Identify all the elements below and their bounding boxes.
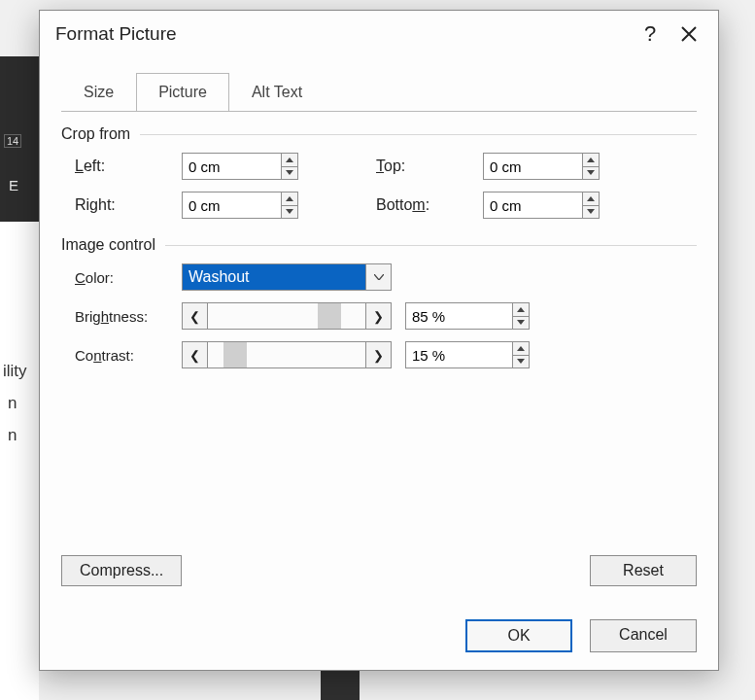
color-combo-value: Washout bbox=[183, 264, 365, 290]
background-white bbox=[0, 222, 39, 700]
crop-left-field[interactable] bbox=[183, 154, 281, 179]
color-combo-button[interactable] bbox=[365, 264, 391, 290]
slider-decrement-button[interactable]: ❮ bbox=[183, 342, 208, 368]
slider-increment-button[interactable]: ❯ bbox=[365, 303, 391, 329]
spin-down-button[interactable] bbox=[282, 206, 297, 219]
spin-down-button[interactable] bbox=[583, 206, 599, 219]
tab-alt-text[interactable]: Alt Text bbox=[229, 73, 325, 112]
contrast-label: Contrast: bbox=[75, 347, 182, 364]
divider bbox=[140, 134, 697, 135]
close-icon bbox=[680, 25, 698, 43]
brightness-slider[interactable]: ❮ ❯ bbox=[182, 302, 392, 330]
background-text: ility bbox=[3, 362, 27, 381]
background-text: n bbox=[8, 394, 17, 413]
chevron-up-icon bbox=[517, 346, 525, 351]
chevron-up-icon bbox=[286, 158, 293, 162]
titlebar: Format Picture ? bbox=[40, 11, 718, 57]
crop-right-field[interactable] bbox=[183, 192, 281, 218]
help-button[interactable]: ? bbox=[631, 17, 669, 52]
reset-button[interactable]: Reset bbox=[590, 555, 697, 586]
color-combo[interactable]: Washout bbox=[182, 263, 392, 291]
section-crop-from: Crop from bbox=[61, 125, 697, 143]
spin-down-button[interactable] bbox=[282, 167, 297, 180]
spin-up-button[interactable] bbox=[282, 192, 297, 206]
spin-up-button[interactable] bbox=[282, 154, 297, 167]
crop-right-input[interactable] bbox=[182, 192, 298, 219]
contrast-field[interactable] bbox=[406, 342, 512, 368]
dialog-title: Format Picture bbox=[55, 23, 631, 45]
slider-thumb[interactable] bbox=[318, 303, 341, 329]
chevron-down-icon bbox=[374, 274, 384, 280]
chevron-down-icon bbox=[286, 209, 293, 214]
color-label: Color: bbox=[75, 269, 182, 286]
crop-left-input[interactable] bbox=[182, 153, 298, 180]
spin-up-button[interactable] bbox=[513, 303, 529, 317]
spin-up-button[interactable] bbox=[583, 154, 599, 167]
background-letter: E bbox=[9, 177, 18, 193]
chevron-down-icon bbox=[517, 359, 525, 364]
format-picture-dialog: Format Picture ? Size Picture Alt Text C… bbox=[39, 10, 719, 671]
divider bbox=[165, 245, 697, 246]
tab-picture[interactable]: Picture bbox=[136, 73, 229, 112]
crop-bottom-field[interactable] bbox=[484, 192, 582, 218]
section-image-control: Image control bbox=[61, 236, 697, 254]
section-label: Image control bbox=[61, 236, 155, 254]
crop-top-label: Top: bbox=[376, 158, 483, 175]
slider-thumb[interactable] bbox=[223, 342, 247, 368]
crop-top-field[interactable] bbox=[484, 154, 582, 179]
close-button[interactable] bbox=[669, 17, 708, 52]
slider-track[interactable] bbox=[208, 303, 365, 329]
contrast-slider[interactable]: ❮ ❯ bbox=[182, 341, 392, 368]
crop-bottom-input[interactable] bbox=[483, 192, 600, 219]
spin-up-button[interactable] bbox=[583, 192, 599, 206]
slider-decrement-button[interactable]: ❮ bbox=[183, 303, 208, 329]
brightness-label: Brightness: bbox=[75, 308, 182, 325]
brightness-input[interactable] bbox=[405, 302, 530, 330]
chevron-up-icon bbox=[517, 307, 525, 312]
spin-down-button[interactable] bbox=[583, 167, 599, 180]
tab-strip: Size Picture Alt Text bbox=[40, 57, 718, 111]
cancel-button[interactable]: Cancel bbox=[590, 619, 697, 652]
chevron-down-icon bbox=[286, 170, 293, 175]
spin-buttons bbox=[582, 154, 599, 179]
chevron-up-icon bbox=[286, 196, 293, 201]
spin-down-button[interactable] bbox=[513, 356, 529, 368]
chevron-down-icon bbox=[587, 170, 595, 175]
crop-bottom-label: Bottom: bbox=[376, 196, 483, 214]
crop-left-label: Left: bbox=[75, 158, 182, 175]
spin-buttons bbox=[512, 342, 529, 368]
spin-up-button[interactable] bbox=[513, 342, 529, 356]
spin-buttons bbox=[281, 192, 297, 218]
chevron-down-icon bbox=[587, 209, 595, 214]
chevron-down-icon bbox=[517, 320, 525, 325]
background-ruler: 14 bbox=[4, 134, 21, 148]
tab-size[interactable]: Size bbox=[61, 73, 136, 112]
chevron-up-icon bbox=[587, 196, 595, 201]
section-label: Crop from bbox=[61, 125, 130, 143]
compress-button[interactable]: Compress... bbox=[61, 555, 182, 586]
spin-buttons bbox=[281, 154, 297, 179]
slider-increment-button[interactable]: ❯ bbox=[365, 342, 391, 368]
background-text: n bbox=[8, 426, 17, 445]
spin-buttons bbox=[582, 192, 599, 218]
chevron-up-icon bbox=[587, 158, 595, 162]
crop-right-label: Right: bbox=[75, 196, 182, 214]
spin-buttons bbox=[512, 303, 529, 329]
ok-button[interactable]: OK bbox=[465, 619, 572, 652]
tab-panel-picture: Crop from Left: Top: Right: bbox=[61, 111, 697, 555]
slider-track[interactable] bbox=[208, 342, 365, 368]
crop-top-input[interactable] bbox=[483, 153, 600, 180]
brightness-field[interactable] bbox=[406, 303, 512, 329]
spin-down-button[interactable] bbox=[513, 317, 529, 330]
contrast-input[interactable] bbox=[405, 341, 530, 368]
